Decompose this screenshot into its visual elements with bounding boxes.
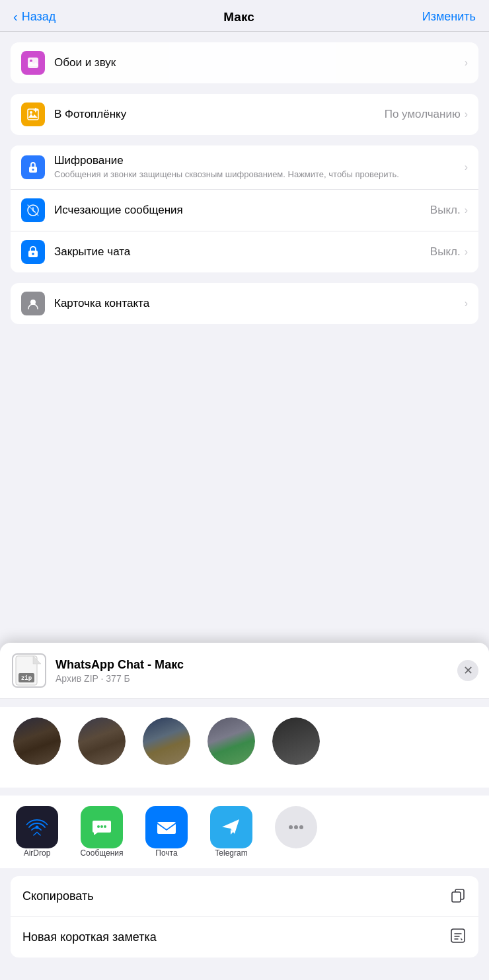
disappearing-icon [26,203,40,218]
wallpaper-chevron-icon: › [465,57,468,69]
airdrop-icon [24,814,50,840]
back-chevron-icon: ‹ [13,9,18,24]
note-icon [449,927,467,948]
mail-label: Почта [155,848,177,858]
encryption-icon [26,160,40,175]
contacts-row [0,707,489,788]
airdrop-icon-wrap [16,806,58,848]
close-icon: ✕ [463,663,473,678]
copy-icon [449,886,467,907]
svg-point-20 [299,825,303,829]
contact-avatar [13,717,61,765]
mail-icon [153,814,180,840]
contact-item[interactable] [140,717,193,777]
wallpaper-icon [26,56,40,70]
file-meta: Архив ZIP · 377 Б [56,673,184,684]
disappearing-chevron-icon: › [465,204,468,216]
app-item-airdrop[interactable]: AirDrop [11,806,63,858]
svg-point-16 [104,825,106,828]
svg-text:zip: zip [21,674,32,681]
section-photolibrary: В Фотоплёнку По умолчанию › [11,94,478,135]
svg-point-15 [100,825,103,828]
apps-row: AirDrop Сообщения [0,796,489,868]
page-title: Макс [223,10,254,24]
disappearing-row[interactable]: Исчезающие сообщения Выкл. › [11,190,478,231]
app-item-messages[interactable]: Сообщения [75,806,128,858]
photolibrary-icon [26,107,40,122]
disappearing-content: Исчезающие сообщения [54,204,430,217]
share-sheet-overlay: zip WhatsApp Chat - Макс Архив ZIP · 377… [0,643,489,980]
svg-point-5 [32,169,34,171]
avatar-image [143,717,190,765]
svg-rect-22 [452,892,461,902]
encryption-row[interactable]: Шифрование Сообщения и звонки защищены с… [11,145,478,190]
contact-name [32,769,42,777]
contact-item[interactable] [205,717,258,777]
chat-lock-label: Закрытие чата [54,245,130,258]
wallpaper-sound-row[interactable]: Обои и звук › [11,42,478,83]
back-label: Назад [22,10,56,24]
contact-card-icon-wrap [21,292,45,315]
app-item-more[interactable] [270,806,322,858]
note-icon-svg [449,927,467,944]
svg-rect-0 [28,58,38,68]
chat-lock-value: Выкл. [430,245,461,259]
edit-button[interactable]: Изменить [422,10,476,24]
svg-point-3 [30,111,32,114]
contact-item[interactable] [75,717,128,777]
svg-point-19 [294,825,298,829]
wallpaper-row-content: Обои и звук [54,56,465,69]
settings-content: Обои и звук › В Фотоплёнку По умолчанию … [0,42,489,324]
contact-item[interactable] [270,717,322,777]
section-contact: Карточка контакта › [11,283,478,324]
more-icon [284,815,308,839]
contact-avatar [272,717,320,765]
contact-avatar [207,717,255,765]
back-button[interactable]: ‹ Назад [13,9,56,24]
note-action-row[interactable]: Новая короткая заметка [11,917,478,958]
chat-lock-content: Закрытие чата [54,245,430,259]
copy-action-label: Скопировать [22,889,94,903]
zip-file-icon: zip [12,653,46,688]
encryption-sublabel: Сообщения и звонки защищены сквозным шиф… [54,169,465,181]
contact-name [291,769,301,777]
contact-card-row[interactable]: Карточка контакта › [11,283,478,324]
chat-lock-row[interactable]: Закрытие чата Выкл. › [11,231,478,272]
mail-icon-wrap [145,806,188,848]
avatar-image [272,717,320,765]
chat-lock-chevron-icon: › [465,246,468,258]
photolibrary-row[interactable]: В Фотоплёнку По умолчанию › [11,94,478,135]
messages-icon-wrap [81,806,123,848]
close-share-button[interactable]: ✕ [457,660,478,681]
action-list: Скопировать Новая короткая заметка [11,876,478,958]
chat-lock-icon-wrap [21,240,45,264]
encryption-content: Шифрование Сообщения и звонки защищены с… [54,154,465,181]
more-icon-wrap [275,806,317,848]
svg-point-14 [97,825,100,828]
svg-rect-17 [157,822,176,834]
messages-icon [89,814,115,840]
encryption-icon-wrap [21,155,45,179]
disappearing-value: Выкл. [430,204,461,217]
contact-name [96,769,106,777]
file-name: WhatsApp Chat - Макс [56,658,184,672]
contact-avatar [143,717,190,765]
note-action-label: Новая короткая заметка [22,930,157,944]
contact-card-icon [26,296,40,311]
encryption-label: Шифрование [54,154,465,167]
contact-name [226,769,236,777]
encryption-chevron-icon: › [465,161,468,173]
copy-action-row[interactable]: Скопировать [11,876,478,917]
share-file-header: zip WhatsApp Chat - Макс Архив ZIP · 377… [0,643,489,699]
disappearing-label: Исчезающие сообщения [54,204,183,216]
contact-card-label: Карточка контакта [54,297,149,309]
telegram-icon [218,814,244,840]
app-item-telegram[interactable]: Telegram [205,806,258,858]
section-security: Шифрование Сообщения и звонки защищены с… [11,145,478,272]
share-sheet: zip WhatsApp Chat - Макс Архив ZIP · 377… [0,643,489,980]
contact-item[interactable] [11,717,63,777]
copy-icon-svg [449,886,467,903]
app-item-mail[interactable]: Почта [140,806,193,858]
avatar-image [78,717,126,765]
contact-avatar [78,717,126,765]
